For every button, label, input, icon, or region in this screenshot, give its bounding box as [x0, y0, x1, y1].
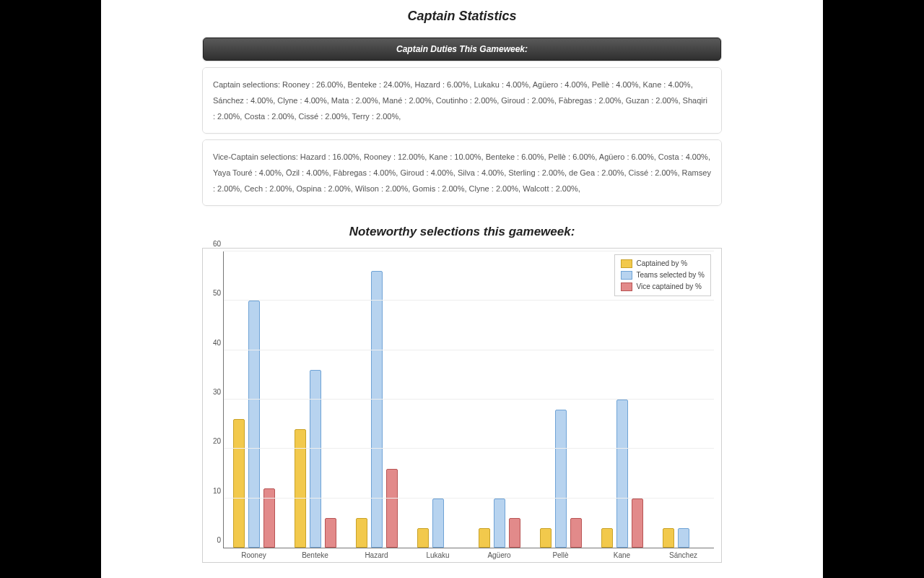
chart-x-label: Agüero [468, 551, 530, 559]
captain-duties-panel-stack: Captain Duties This Gameweek: Captain se… [202, 37, 722, 206]
chart-bar-vice [570, 518, 582, 548]
chart-bar-teams [310, 370, 321, 548]
captain-selections-panel: Captain selections: Rooney : 26.00%, Ben… [202, 67, 722, 134]
chart-gridline [224, 448, 714, 449]
chart-bar-teams [616, 400, 628, 548]
chart-bar-teams [494, 499, 505, 548]
captain-duties-header: Captain Duties This Gameweek: [203, 38, 721, 61]
chart-x-labels: RooneyBentekeHazardLukakuAgüeroPellèKane… [223, 551, 714, 559]
chart-bar-vice [509, 518, 520, 548]
chart-bar-group [224, 251, 285, 548]
chart-bar-groups [224, 251, 714, 548]
chart-bar-captained [417, 528, 429, 548]
chart-bar-group [285, 251, 346, 548]
chart-x-label: Rooney [223, 551, 284, 559]
chart-x-label: Sánchez [653, 551, 714, 559]
chart-gridline [224, 350, 714, 350]
page-title: Captain Statistics [101, 0, 823, 37]
chart-gridline [224, 399, 714, 400]
chart-bar-group [346, 251, 408, 548]
chart-bar-teams [371, 271, 383, 548]
chart-bar-captained [601, 528, 613, 548]
selections-chart: Captained by %Teams selected by %Vice ca… [202, 248, 722, 563]
chart-y-tick: 60 [206, 240, 221, 248]
chart-bar-vice [632, 499, 643, 548]
chart-x-label: Hazard [346, 551, 407, 559]
chart-y-tick: 10 [206, 486, 221, 494]
chart-x-label: Kane [591, 551, 653, 559]
chart-y-tick: 20 [206, 437, 221, 445]
chart-bar-captained [295, 429, 306, 548]
vice-captain-selections-panel: Vice-Captain selections: Hazard : 16.00%… [202, 139, 722, 206]
captain-selections-text: Captain selections: Rooney : 26.00%, Ben… [203, 68, 721, 133]
chart-bar-group [591, 251, 653, 548]
panel-header-container: Captain Duties This Gameweek: [202, 37, 722, 61]
chart-bar-vice [325, 518, 336, 548]
chart-bar-group [469, 251, 531, 548]
chart-bar-captained [479, 528, 490, 548]
chart-bar-group [653, 251, 714, 548]
chart-bar-teams [432, 499, 444, 548]
chart-bar-captained [356, 518, 367, 548]
chart-x-label: Pellè [530, 551, 591, 559]
chart-gridline [224, 498, 714, 499]
chart-y-tick: 40 [206, 338, 221, 346]
chart-title: Noteworthy selections this gameweek: [101, 225, 823, 239]
chart-bar-group [530, 251, 591, 548]
chart-gridline [224, 251, 714, 251]
chart-y-tick: 50 [206, 289, 221, 297]
page-content: Captain Statistics Captain Duties This G… [101, 0, 823, 578]
chart-gridline [224, 300, 714, 301]
chart-bar-teams [678, 528, 689, 548]
chart-x-label: Lukaku [407, 551, 468, 559]
chart-y-tick: 0 [206, 536, 221, 544]
chart-bar-captained [233, 419, 245, 548]
chart-y-tick: 30 [206, 388, 221, 396]
chart-bar-teams [555, 410, 567, 548]
chart-bar-group [408, 251, 469, 548]
chart-bar-teams [248, 301, 260, 548]
chart-bar-captained [540, 528, 552, 548]
vice-captain-selections-text: Vice-Captain selections: Hazard : 16.00%… [203, 140, 721, 205]
chart-x-label: Benteke [284, 551, 346, 559]
chart-plot-area: 0102030405060 [223, 251, 714, 548]
chart-bar-captained [663, 528, 674, 548]
chart-bar-vice [386, 469, 398, 548]
